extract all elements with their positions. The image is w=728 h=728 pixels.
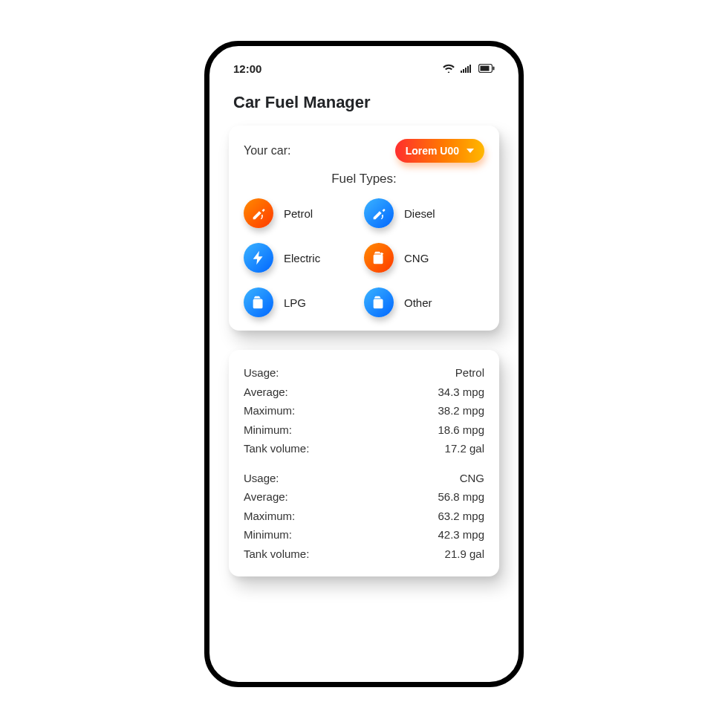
stat-label: Average: [244,487,288,507]
svg-rect-7 [493,67,495,71]
fuel-can-icon [364,243,394,273]
stat-label: Tank volume: [244,439,309,458]
stats-card: Usage:Petrol Average:34.3 mpg Maximum:38… [229,350,499,576]
stat-label: Usage: [244,363,279,383]
fuel-type-label: Diesel [404,207,435,220]
car-selector-label: Your car: [244,144,290,157]
stats-block: Usage:CNG Average:56.8 mpg Maximum:63.2 … [244,469,484,564]
stats-block: Usage:Petrol Average:34.3 mpg Maximum:38… [244,363,484,458]
signal-icon [461,62,472,75]
stat-label: Usage: [244,469,279,488]
svg-rect-6 [481,66,490,71]
status-indicators [443,62,495,75]
fuel-type-label: CNG [404,252,429,264]
stat-label: Tank volume: [244,545,309,564]
fuel-type-lpg[interactable]: LPG [244,287,364,317]
wifi-icon [443,62,455,75]
stat-value: CNG [460,469,484,488]
svg-rect-4 [469,65,471,73]
fuel-type-electric[interactable]: Electric [244,243,364,273]
fuel-type-petrol[interactable]: Petrol [244,198,364,228]
stat-label: Average: [244,383,288,402]
svg-rect-1 [463,69,464,73]
fuel-nozzle-icon [364,198,394,228]
stat-value: 38.2 mpg [438,401,484,420]
svg-rect-0 [461,71,462,73]
car-selector-value: Lorem U00 [406,145,459,157]
fuel-type-label: Other [404,296,432,309]
fuel-can-icon [364,287,394,317]
stat-value: Petrol [455,363,484,383]
svg-rect-2 [465,68,467,73]
stat-label: Minimum: [244,525,292,545]
status-bar: 12:00 [229,62,499,75]
fuel-type-other[interactable]: Other [364,287,484,317]
chevron-down-icon [467,149,474,153]
bolt-icon [244,243,273,273]
stat-label: Maximum: [244,401,295,420]
car-selector-dropdown[interactable]: Lorem U00 [395,139,484,163]
fuel-can-icon [244,287,273,317]
stat-label: Minimum: [244,420,292,440]
stat-value: 42.3 mpg [438,525,484,545]
stat-value: 21.9 gal [445,545,484,564]
stat-value: 63.2 mpg [438,507,484,526]
stat-label: Maximum: [244,507,295,526]
fuel-type-label: Petrol [284,207,313,220]
svg-rect-3 [467,66,469,73]
status-time: 12:00 [233,62,261,75]
fuel-types-heading: Fuel Types: [244,172,484,186]
stat-value: 18.6 mpg [438,420,484,440]
fuel-types-card: Your car: Lorem U00 Fuel Types: Petrol D… [229,126,499,331]
fuel-type-cng[interactable]: CNG [364,243,484,273]
stat-value: 34.3 mpg [438,383,484,402]
fuel-type-diesel[interactable]: Diesel [364,198,484,228]
phone-frame: 12:00 Car Fuel Manager Your car: Lorem U… [204,41,524,687]
battery-icon [478,62,495,75]
page-title: Car Fuel Manager [233,93,499,112]
fuel-type-label: Electric [284,252,320,264]
fuel-type-label: LPG [284,296,306,309]
stat-value: 56.8 mpg [438,487,484,507]
stat-value: 17.2 gal [445,439,484,458]
fuel-nozzle-icon [244,198,273,228]
